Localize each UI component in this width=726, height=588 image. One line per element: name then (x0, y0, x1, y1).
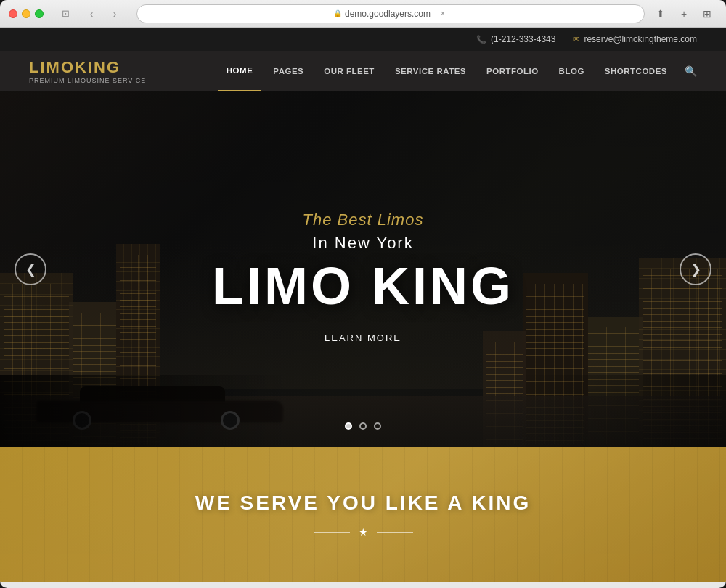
extensions-button[interactable]: ⊞ (697, 5, 717, 23)
phone-icon: 📞 (476, 35, 486, 44)
bottom-divider: ★ (314, 526, 413, 538)
nav-item-rates[interactable]: SERVICE RATES (386, 51, 475, 91)
slider-dots (345, 422, 381, 430)
left-arrow-icon: ❮ (25, 261, 36, 277)
hero-title: LIMO KING (212, 260, 514, 312)
website-content: 📞 (1-212-333-4343 ✉ reserve@limokingthem… (0, 28, 726, 588)
slider-dot-3[interactable] (374, 422, 381, 430)
nav-menu: HOME PAGES OUR FLEET SERVICE RATES PORTF… (218, 51, 697, 91)
right-arrow-icon: ❯ (690, 261, 701, 277)
phone-number: (1-212-333-4343 (491, 34, 555, 44)
address-bar[interactable]: 🔒 demo.goodlayers.com × (136, 4, 645, 23)
logo-limo: LIMO (29, 58, 75, 76)
close-button[interactable] (9, 9, 17, 18)
forward-button[interactable]: › (105, 5, 125, 23)
nav-item-portfolio[interactable]: PORTFOLIO (478, 51, 547, 91)
bottom-section: WE SERVE YOU LIKE A KING ★ (0, 447, 726, 582)
logo: LIMOKING Premium Limousine Service (29, 58, 146, 84)
nav-item-blog[interactable]: BLOG (550, 51, 593, 91)
nav-item-home[interactable]: HOME (218, 51, 262, 91)
back-button[interactable]: ‹ (81, 5, 102, 23)
browser-titlebar: ⊡ ‹ › 🔒 demo.goodlayers.com × ⬆ + ⊞ (0, 0, 726, 28)
new-tab-button[interactable]: + (674, 5, 694, 23)
top-bar: 📞 (1-212-333-4343 ✉ reserve@limokingthem… (0, 28, 726, 51)
slider-dot-1[interactable] (345, 422, 352, 430)
hero-content: The Best Limos In New York LIMO KING Lea… (0, 91, 726, 447)
window-grid-icon: ⊡ (55, 5, 76, 23)
divider-line-left (314, 532, 350, 533)
search-icon[interactable]: 🔍 (685, 65, 697, 77)
divider-line-right (377, 532, 413, 533)
bottom-tagline: WE SERVE YOU LIKE A KING (195, 491, 531, 515)
hero-section: ❮ The Best Limos In New York LIMO KING L… (0, 91, 726, 447)
email-address: reserve@limokingtheme.com (584, 34, 697, 44)
address-bar-container: 🔒 demo.goodlayers.com × (136, 4, 645, 23)
slider-next-button[interactable]: ❯ (680, 253, 711, 285)
lock-icon: 🔒 (333, 9, 342, 17)
share-button[interactable]: ⬆ (650, 5, 671, 23)
phone-item: 📞 (1-212-333-4343 (476, 34, 555, 44)
logo-king: KING (75, 58, 121, 76)
cta-line-right (413, 338, 457, 338)
browser-actions: ⬆ + ⊞ (650, 5, 717, 23)
hero-cta-button[interactable]: Learn More (269, 332, 457, 343)
navbar: LIMOKING Premium Limousine Service HOME … (0, 51, 726, 91)
cta-label: Learn More (325, 332, 401, 343)
bottom-content: WE SERVE YOU LIKE A KING ★ (0, 447, 726, 582)
nav-item-fleet[interactable]: OUR FLEET (315, 51, 383, 91)
maximize-button[interactable] (35, 9, 44, 18)
email-item: ✉ reserve@limokingtheme.com (573, 34, 697, 44)
clear-url-button[interactable]: × (438, 9, 448, 19)
minimize-button[interactable] (22, 9, 30, 18)
cta-line-left (269, 338, 313, 338)
slider-dot-2[interactable] (359, 422, 367, 430)
hero-subtitle: The Best Limos (303, 211, 424, 229)
browser-frame: ⊡ ‹ › 🔒 demo.goodlayers.com × ⬆ + ⊞ 📞 (1… (0, 0, 726, 588)
divider-star-icon: ★ (359, 526, 368, 538)
slider-prev-button[interactable]: ❮ (15, 253, 46, 285)
nav-item-pages[interactable]: PAGES (264, 51, 312, 91)
logo-text: LIMOKING (29, 58, 146, 77)
nav-item-shortcodes[interactable]: SHORTCODES (596, 51, 676, 91)
hero-city: In New York (312, 234, 413, 253)
email-icon: ✉ (573, 35, 579, 44)
browser-nav: ‹ › (81, 5, 125, 23)
traffic-lights (9, 9, 44, 18)
logo-tagline: Premium Limousine Service (29, 77, 146, 84)
url-text: demo.goodlayers.com (345, 9, 431, 19)
